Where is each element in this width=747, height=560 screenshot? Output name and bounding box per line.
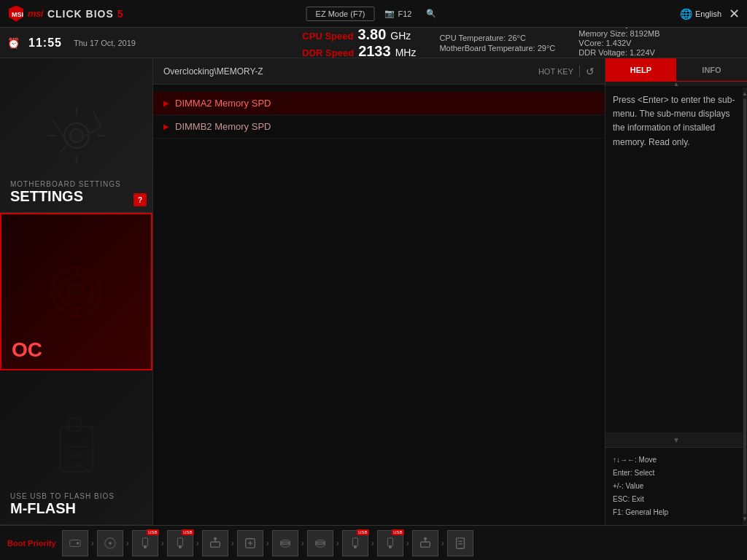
boot-device-12[interactable] xyxy=(447,530,473,556)
oc-label: OC xyxy=(12,338,42,362)
usb-badge-4: USB xyxy=(392,529,403,535)
boot-device-11[interactable] xyxy=(412,530,438,556)
arrow-icon-8: › xyxy=(335,538,341,548)
search-button[interactable]: 🔍 xyxy=(422,7,441,20)
back-button[interactable]: ↺ xyxy=(586,66,595,77)
arrow-icon-9: › xyxy=(370,538,376,548)
usb-icon-3: USB xyxy=(342,530,368,556)
sidebar-item-oc[interactable]: OC xyxy=(0,213,152,370)
cpu-speed-unit: GHz xyxy=(390,30,411,42)
boot-device-9[interactable]: USB xyxy=(342,530,368,556)
svg-point-45 xyxy=(424,537,426,540)
cpu-speed-value: 3.80 xyxy=(357,26,386,43)
topbar-right: 🌐 English ✕ xyxy=(680,7,740,20)
boot-device-3[interactable]: USB xyxy=(132,530,158,556)
svg-rect-23 xyxy=(142,537,147,545)
divider xyxy=(579,66,580,77)
scrollbar-thumb[interactable] xyxy=(743,98,746,514)
mem-size: Memory Size: 8192MB xyxy=(578,29,740,38)
middle-area: Motherboard settings SETTINGS ? xyxy=(0,58,747,525)
ddr-speed-unit: MHz xyxy=(395,47,417,58)
dimma2-arrow-icon: ▶ xyxy=(163,99,169,107)
svg-rect-46 xyxy=(456,537,464,548)
logo-area: MSI msi CLICK BIOS 5 xyxy=(0,6,132,22)
temps-area: CPU Temperature: 26°C MotherBoard Temper… xyxy=(439,34,555,52)
mb-temp: MotherBoard Temperature: 29°C xyxy=(439,44,555,52)
unknown-device-icon-2 xyxy=(447,530,473,556)
key-hints: ↑↓→←: Move Enter: Select +/-: Value ESC:… xyxy=(605,447,747,525)
msi-shield: MSI xyxy=(9,6,23,22)
help-indicator[interactable]: ? xyxy=(133,193,147,206)
boot-device-5[interactable] xyxy=(202,530,228,556)
svg-point-20 xyxy=(76,542,79,545)
usb-badge-1: USB xyxy=(147,529,158,535)
camera-icon: 📷 xyxy=(384,9,395,18)
key-hint-esc: ESC: Exit xyxy=(613,493,740,506)
infobar: ⏰ 11:55 Thu 17 Oct, 2019 CPU Speed 3.80 … xyxy=(0,28,747,58)
topbar-center: EZ Mode (F7) 📷 F12 🔍 xyxy=(306,7,441,21)
arrow-icon-7: › xyxy=(300,538,306,548)
mflash-label: M-FLASH xyxy=(10,500,76,517)
svg-rect-41 xyxy=(387,537,392,545)
ddr-speed-label: DDR Speed xyxy=(302,47,354,58)
boot-device-10[interactable]: USB xyxy=(377,530,403,556)
sidebar-item-mflash[interactable]: Use USB to flash BIOS M-FLASH xyxy=(0,370,152,525)
tab-info[interactable]: INFO xyxy=(676,58,747,82)
arrow-icon-6: › xyxy=(265,538,271,548)
scrollbar-down-icon[interactable]: ▼ xyxy=(742,516,747,522)
bootpriority-bar: Boot Priority › › USB › USB xyxy=(0,525,747,560)
scrollbar-up-icon[interactable]: ▲ xyxy=(742,90,747,97)
svg-point-22 xyxy=(109,542,112,545)
usb-badge-2: USB xyxy=(182,529,193,535)
language-button[interactable]: 🌐 English xyxy=(680,8,721,20)
disk-icon-2 xyxy=(307,530,333,556)
hdd-icon xyxy=(62,530,88,556)
arrow-icon-10: › xyxy=(405,538,411,548)
topbar: MSI msi CLICK BIOS 5 EZ Mode (F7) 📷 F12 … xyxy=(0,0,747,28)
usb-badge-3: USB xyxy=(357,529,368,535)
panel-scrollbar[interactable]: ▲ ▼ xyxy=(743,88,747,525)
cpu-temp: CPU Temperature: 26°C xyxy=(439,34,555,42)
key-hint-value: +/-: Value xyxy=(613,480,740,493)
clock-icon: ⏰ xyxy=(7,37,20,49)
sidebar: Motherboard settings SETTINGS ? xyxy=(0,58,153,525)
boot-device-8[interactable] xyxy=(307,530,333,556)
breadcrumb: Overclocking\MEMORY-Z xyxy=(163,66,263,77)
dimma2-label: DIMMA2 Memory SPD xyxy=(175,98,271,109)
content-area: Overclocking\MEMORY-Z HOT KEY ↺ ▶ DIMMA2… xyxy=(153,58,605,525)
settings-label: SETTINGS xyxy=(10,188,83,205)
unknown-device-icon xyxy=(237,530,263,556)
boot-device-7[interactable] xyxy=(272,530,298,556)
panel-bottom-decor: ▼ xyxy=(605,432,747,447)
menu-item-dimma2[interactable]: ▶ DIMMA2 Memory SPD xyxy=(153,92,605,115)
boot-device-1[interactable] xyxy=(62,530,88,556)
globe-icon: 🌐 xyxy=(680,8,692,20)
svg-point-9 xyxy=(68,284,85,300)
date-display: Thu 17 Oct, 2019 xyxy=(74,39,136,47)
arrow-icon-2: › xyxy=(125,538,131,548)
usb-icon-2: USB xyxy=(167,530,193,556)
svg-rect-39 xyxy=(352,537,357,545)
dimmb2-label: DIMMB2 Memory SPD xyxy=(175,121,271,132)
cpu-speeds: CPU Speed 3.80 GHz DDR Speed 2133 MHz xyxy=(302,26,416,60)
close-button[interactable]: ✕ xyxy=(729,7,740,20)
boot-device-4[interactable]: USB xyxy=(167,530,193,556)
key-hint-move: ↑↓→←: Move xyxy=(613,454,740,467)
svg-rect-14 xyxy=(60,427,93,472)
screenshot-button[interactable]: 📷 F12 xyxy=(380,7,416,20)
ez-mode-button[interactable]: EZ Mode (F7) xyxy=(306,7,375,21)
tab-help[interactable]: HELP xyxy=(605,58,676,82)
menu-list: ▶ DIMMA2 Memory SPD ▶ DIMMB2 Memory SPD xyxy=(153,85,605,525)
svg-rect-24 xyxy=(144,545,147,548)
chevron-down-icon: ▼ xyxy=(673,436,680,444)
boot-device-6[interactable] xyxy=(237,530,263,556)
svg-point-8 xyxy=(60,275,93,308)
ddr-voltage: DDR Voltage: 1.224V xyxy=(578,48,740,57)
sidebar-item-settings[interactable]: Motherboard settings SETTINGS ? xyxy=(0,58,152,213)
usb-icon-4: USB xyxy=(377,530,403,556)
magnify-icon: 🔍 xyxy=(426,9,436,18)
svg-rect-43 xyxy=(420,542,430,547)
boot-device-2[interactable] xyxy=(97,530,123,556)
key-hint-enter: Enter: Select xyxy=(613,467,740,480)
menu-item-dimmb2[interactable]: ▶ DIMMB2 Memory SPD xyxy=(153,115,605,139)
